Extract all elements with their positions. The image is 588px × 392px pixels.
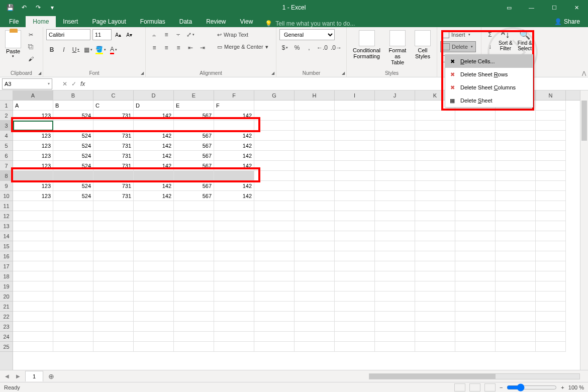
cell-F18[interactable]	[214, 271, 254, 281]
align-top[interactable]: ⫠	[149, 29, 160, 40]
cell-J19[interactable]	[375, 281, 415, 291]
cell-I12[interactable]	[335, 211, 375, 221]
cell-H2[interactable]	[295, 111, 335, 121]
cell-J1[interactable]	[375, 101, 415, 111]
cell-A16[interactable]	[13, 251, 53, 261]
cell-A4[interactable]: 123	[13, 131, 53, 141]
cell-N17[interactable]	[536, 261, 566, 271]
tab-page-layout[interactable]: Page Layout	[85, 16, 133, 27]
cell-E6[interactable]: 567	[174, 151, 214, 161]
cell-A18[interactable]	[13, 271, 53, 281]
cell-D6[interactable]: 142	[134, 151, 174, 161]
cell-G22[interactable]	[254, 312, 295, 322]
font-size-select[interactable]	[92, 29, 112, 40]
cell-K24[interactable]	[415, 332, 455, 342]
cell-M21[interactable]	[496, 302, 536, 312]
cell-H16[interactable]	[295, 251, 335, 261]
cell-N5[interactable]	[536, 141, 566, 151]
name-box[interactable]: A3 ▾	[2, 78, 52, 89]
cell-M22[interactable]	[496, 312, 536, 322]
row-header-15[interactable]: 15	[0, 241, 13, 251]
borders-button[interactable]: ▦▾	[82, 44, 93, 55]
tab-file[interactable]: File	[2, 16, 26, 27]
cell-B24[interactable]	[53, 332, 93, 342]
tab-formulas[interactable]: Formulas	[133, 16, 172, 27]
cell-C11[interactable]	[93, 201, 134, 211]
cell-H9[interactable]	[295, 181, 335, 191]
cell-C8[interactable]	[93, 171, 134, 181]
row-header-3[interactable]: 3	[0, 121, 13, 131]
menu-delete-sheet[interactable]: ▦ Delete Sheet	[445, 94, 533, 107]
cell-D23[interactable]	[134, 322, 174, 332]
zoom-slider[interactable]	[507, 383, 557, 391]
cell-B10[interactable]: 524	[53, 191, 93, 201]
cell-D5[interactable]: 142	[134, 141, 174, 151]
cell-M18[interactable]	[496, 271, 536, 281]
cell-C12[interactable]	[93, 211, 134, 221]
cell-C21[interactable]	[93, 302, 134, 312]
cell-D19[interactable]	[134, 281, 174, 291]
cell-H1[interactable]	[295, 101, 335, 111]
cell-A25[interactable]	[13, 342, 53, 352]
cell-G4[interactable]	[254, 131, 295, 141]
cell-H25[interactable]	[295, 342, 335, 352]
zoom-in-button[interactable]: +	[561, 384, 564, 390]
vertical-scrollbar[interactable]	[580, 90, 588, 377]
cell-M6[interactable]	[496, 151, 536, 161]
cell-L24[interactable]	[455, 332, 496, 342]
cell-N8[interactable]	[536, 171, 566, 181]
cell-J8[interactable]	[375, 171, 415, 181]
cell-I13[interactable]	[335, 221, 375, 231]
cell-J20[interactable]	[375, 291, 415, 302]
cell-A23[interactable]	[13, 322, 53, 332]
cell-E17[interactable]	[174, 261, 214, 271]
cell-C10[interactable]: 731	[93, 191, 134, 201]
cells-container[interactable]: ABCDEF1235247311425671421235247311425671…	[13, 101, 580, 377]
tell-me-search[interactable]: 💡 Tell me what you want to do...	[260, 20, 355, 27]
cell-G24[interactable]	[254, 332, 295, 342]
cell-C15[interactable]	[93, 241, 134, 251]
cell-F4[interactable]: 142	[214, 131, 254, 141]
orientation-button[interactable]: ⤢▾	[185, 29, 196, 40]
cell-H7[interactable]	[295, 161, 335, 171]
row-header-25[interactable]: 25	[0, 342, 13, 352]
cell-E13[interactable]	[174, 221, 214, 231]
cell-D21[interactable]	[134, 302, 174, 312]
align-center[interactable]: ≡	[161, 42, 172, 53]
window-close[interactable]: ✕	[565, 0, 588, 15]
align-middle[interactable]: ≡	[161, 29, 172, 40]
cell-H15[interactable]	[295, 241, 335, 251]
cell-A3[interactable]	[13, 121, 53, 131]
cell-K22[interactable]	[415, 312, 455, 322]
cell-J3[interactable]	[375, 121, 415, 131]
font-name-select[interactable]	[46, 29, 90, 40]
tab-view[interactable]: View	[233, 16, 260, 27]
cell-I9[interactable]	[335, 181, 375, 191]
cell-M8[interactable]	[496, 171, 536, 181]
cell-K12[interactable]	[415, 211, 455, 221]
cell-H6[interactable]	[295, 151, 335, 161]
cell-E8[interactable]	[174, 171, 214, 181]
cell-J10[interactable]	[375, 191, 415, 201]
cell-N19[interactable]	[536, 281, 566, 291]
cell-J18[interactable]	[375, 271, 415, 281]
cell-N20[interactable]	[536, 291, 566, 302]
col-header-H[interactable]: H	[295, 90, 335, 100]
cell-G15[interactable]	[254, 241, 295, 251]
cell-B12[interactable]	[53, 211, 93, 221]
cell-N22[interactable]	[536, 312, 566, 322]
cell-N14[interactable]	[536, 231, 566, 241]
cell-B19[interactable]	[53, 281, 93, 291]
cell-I18[interactable]	[335, 271, 375, 281]
cell-B2[interactable]: 524	[53, 111, 93, 121]
cell-J21[interactable]	[375, 302, 415, 312]
cell-D13[interactable]	[134, 221, 174, 231]
cell-D18[interactable]	[134, 271, 174, 281]
sort-filter-button[interactable]: ᴬ↓ Sort & Filter	[498, 29, 514, 51]
cell-A5[interactable]: 123	[13, 141, 53, 151]
cell-B18[interactable]	[53, 271, 93, 281]
cell-D7[interactable]: 142	[134, 161, 174, 171]
qat-customize[interactable]: ▾	[46, 2, 58, 14]
cell-D16[interactable]	[134, 251, 174, 261]
row-header-18[interactable]: 18	[0, 271, 13, 281]
